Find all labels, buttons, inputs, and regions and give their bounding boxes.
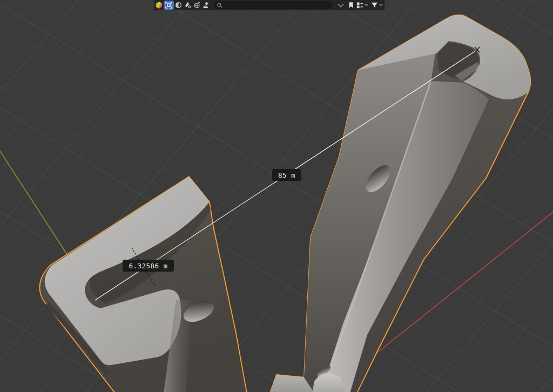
brush-icon [202, 1, 210, 9]
world-globe-icon [193, 1, 201, 9]
contrast-sphere-icon [174, 1, 183, 9]
chevron-down-icon [379, 4, 383, 6]
measure-label-segment: 6.32586 m [123, 260, 174, 272]
annotate-ink-icon [184, 1, 192, 9]
collapse-chevron-button[interactable] [335, 1, 346, 10]
viewport-3d[interactable] [0, 0, 553, 392]
hook-bracket-right[interactable] [270, 15, 530, 392]
search-field[interactable] [214, 1, 333, 9]
filter-funnel-icon [370, 1, 379, 9]
filter-button[interactable] [370, 1, 385, 10]
measure-label-total: 85 m [272, 169, 301, 181]
contrast-sphere-button[interactable] [174, 1, 183, 10]
editor-type-hexagon-icon [155, 1, 163, 9]
hook-bracket-left[interactable] [39, 177, 247, 392]
bookmark-icon [347, 1, 355, 9]
brush-button[interactable] [201, 1, 211, 10]
select-box-icon [165, 1, 173, 9]
editor-type-button[interactable] [154, 1, 164, 10]
chevron-down-icon [365, 4, 368, 6]
blender-window: 85 m 6.32586 m [0, 0, 553, 392]
annotate-ink-button[interactable] [183, 1, 192, 10]
search-icon [217, 2, 223, 9]
editor-header [154, 0, 385, 10]
chevron-down-icon [336, 2, 346, 9]
display-mode-icon [356, 1, 364, 9]
bookmark-button[interactable] [346, 1, 355, 10]
search-input[interactable] [225, 2, 330, 9]
world-globe-button[interactable] [192, 1, 201, 10]
display-mode-button[interactable] [355, 1, 370, 10]
select-box-tool-button[interactable] [164, 1, 174, 10]
